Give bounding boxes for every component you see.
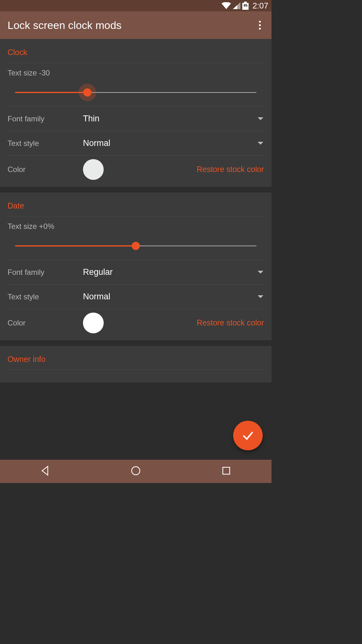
clock-color-swatch[interactable] — [83, 159, 104, 180]
home-button[interactable] — [130, 465, 141, 478]
apply-fab[interactable] — [233, 421, 263, 450]
chevron-down-icon — [258, 117, 263, 120]
chevron-down-icon — [258, 271, 263, 274]
status-bar: 85 2:07 — [0, 0, 272, 11]
owner-info-title: Owner info — [8, 346, 264, 369]
screen: 85 2:07 Lock screen clock mods Clock Tex… — [0, 0, 272, 483]
clock-color-row: Color Restore stock color — [8, 155, 264, 187]
date-text-size-row: Text size +0% — [8, 216, 264, 260]
clock-text-style-row[interactable]: Text style Normal — [8, 131, 264, 155]
date-text-style-value: Normal — [83, 292, 258, 302]
overflow-menu-button[interactable] — [256, 18, 264, 33]
clock-text-size-label: Text size -30 — [8, 69, 264, 77]
date-text-style-label: Text style — [8, 292, 83, 301]
battery-level: 85 — [242, 3, 249, 7]
clock-color-label: Color — [8, 165, 83, 174]
clock-text-size-row: Text size -30 — [8, 63, 264, 106]
date-font-family-row[interactable]: Font family Regular — [8, 260, 264, 284]
clock-font-family-row[interactable]: Font family Thin — [8, 106, 264, 131]
date-section: Date Text size +0% Font family Regular T… — [0, 192, 272, 340]
date-color-row: Color Restore stock color — [8, 309, 264, 340]
date-color-label: Color — [8, 319, 83, 327]
back-button[interactable] — [40, 465, 51, 478]
owner-info-section: Owner info — [0, 346, 272, 382]
cell-signal-icon — [233, 2, 240, 9]
home-icon — [130, 465, 141, 476]
clock-restore-color-button[interactable]: Restore stock color — [197, 165, 264, 174]
battery-icon: 85 — [242, 2, 249, 10]
clock-text-style-label: Text style — [8, 139, 83, 148]
wifi-icon — [222, 2, 231, 9]
date-text-style-row[interactable]: Text style Normal — [8, 284, 264, 309]
clock-text-style-value: Normal — [83, 138, 258, 148]
clock-text-size-slider[interactable] — [15, 86, 256, 99]
app-bar: Lock screen clock mods — [0, 11, 272, 39]
check-icon — [241, 429, 255, 442]
recents-button[interactable] — [221, 465, 232, 478]
chevron-down-icon — [258, 295, 263, 298]
back-icon — [40, 465, 51, 476]
page-title: Lock screen clock mods — [8, 19, 122, 31]
recents-icon — [221, 465, 232, 476]
date-section-title: Date — [8, 192, 264, 216]
content-scroll[interactable]: Clock Text size -30 Font family Thin Tex… — [0, 39, 272, 460]
status-time: 2:07 — [252, 1, 268, 11]
svg-rect-1 — [223, 467, 230, 474]
chevron-down-icon — [258, 142, 263, 145]
date-restore-color-button[interactable]: Restore stock color — [197, 318, 264, 327]
date-font-family-value: Regular — [83, 267, 258, 277]
date-text-size-label: Text size +0% — [8, 222, 264, 231]
svg-point-0 — [132, 467, 140, 475]
clock-section-title: Clock — [8, 39, 264, 63]
date-color-swatch[interactable] — [83, 313, 104, 333]
date-font-family-label: Font family — [8, 268, 83, 277]
clock-section: Clock Text size -30 Font family Thin Tex… — [0, 39, 272, 187]
navigation-bar — [0, 460, 272, 483]
date-text-size-slider[interactable] — [15, 240, 256, 252]
clock-font-family-label: Font family — [8, 114, 83, 123]
clock-font-family-value: Thin — [83, 114, 258, 124]
